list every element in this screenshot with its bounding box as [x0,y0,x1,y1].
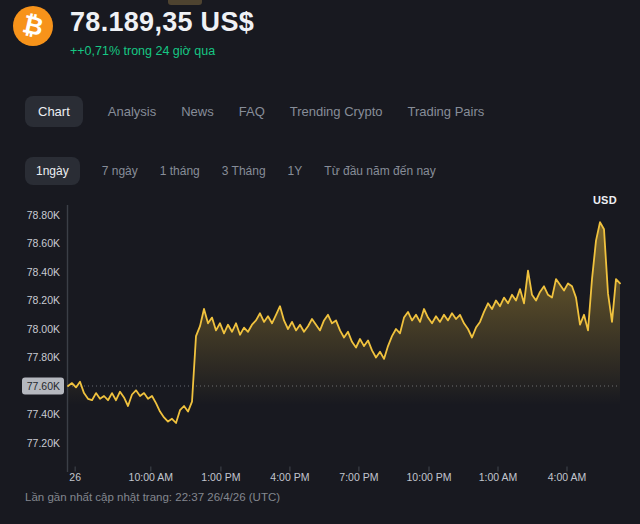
y-axis-label: 78.80K [27,209,60,221]
y-axis-label: 78.60K [27,237,60,249]
crypto-price-page: ₿ 78.189,35 US$ ++0,71% trong 24 giờ qua… [0,0,640,524]
y-axis-label: 77.80K [27,351,60,363]
x-axis-label: 1:00 AM [479,471,518,483]
x-axis-label: 26 [69,471,81,483]
y-axis-label-highlighted: 77.60K [27,380,60,392]
x-axis-label: 10:00 AM [129,471,173,483]
x-axis-label: 10:00 PM [407,471,452,483]
x-axis-label: 7:00 PM [339,471,378,483]
price-area [68,222,620,467]
chart-unit-label: USD [593,194,617,206]
y-axis-label: 77.20K [27,437,60,449]
x-axis-label: 4:00 AM [548,471,587,483]
y-axis-label: 77.40K [27,408,60,420]
y-axis-label: 78.40K [27,266,60,278]
x-axis-label: 4:00 PM [270,471,309,483]
x-axis-label: 1:00 PM [201,471,240,483]
last-updated-text: Lần gần nhất cập nhật trang: 22:37 26/4/… [25,491,280,503]
y-axis-label: 78.20K [27,294,60,306]
y-axis-label: 78.00K [27,323,60,335]
price-chart[interactable]: 2610:00 AM1:00 PM4:00 PM7:00 PM10:00 PM1… [0,0,640,524]
